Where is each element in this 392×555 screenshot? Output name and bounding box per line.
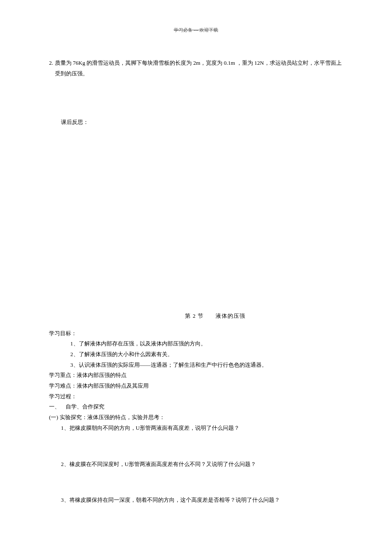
study-focus: 学习重点：液体内部压强的特点: [49, 370, 343, 381]
section-title: 第 2 节 液体的压强: [87, 311, 343, 322]
problem-number: 2.: [49, 58, 53, 79]
question-3: 3、将橡皮膜保持在同一深度，朝着不同的方向，这个高度差是否相等？说明了什么问题？: [49, 495, 343, 506]
page-header: 学习必备 --- 欢迎下载: [49, 26, 343, 35]
objectives-heading: 学习目标：: [49, 328, 343, 339]
question-2: 2、橡皮膜在不同深度时，U形管两液面高度差有什么不同？又说明了什么问题？: [49, 459, 343, 470]
objective-2: 2、了解液体压强的大小和什么因素有关。: [49, 349, 343, 360]
objective-1: 1、了解液体内部存在压强，以及液体内部压强的方向。: [49, 339, 343, 349]
objective-3: 3、认识液体压强的实际应用——连通器；了解生活和生产中行行色色的连通器。: [49, 360, 343, 371]
study-process: 学习过程：: [49, 391, 343, 402]
step-1: 一、 自学、合作探究: [49, 402, 343, 412]
problem-text: 质量为 76Kg 的滑雪运动员，其脚下每块滑雪板的长度为 2m，宽度为 0.1m…: [55, 58, 343, 79]
question-1: 1、把橡皮膜朝向不同的方向，U形管两液面有高度差，说明了什么问题？: [49, 423, 343, 434]
study-difficulty: 学习难点：液体内部压强的特点及其应用: [49, 381, 343, 391]
problem-2: 2. 质量为 76Kg 的滑雪运动员，其脚下每块滑雪板的长度为 2m，宽度为 0…: [49, 58, 343, 79]
reflection-label: 课后反思：: [49, 117, 343, 128]
experiment-heading: (一) 实验探究：液体压强的特点，实验并思考：: [49, 412, 343, 423]
